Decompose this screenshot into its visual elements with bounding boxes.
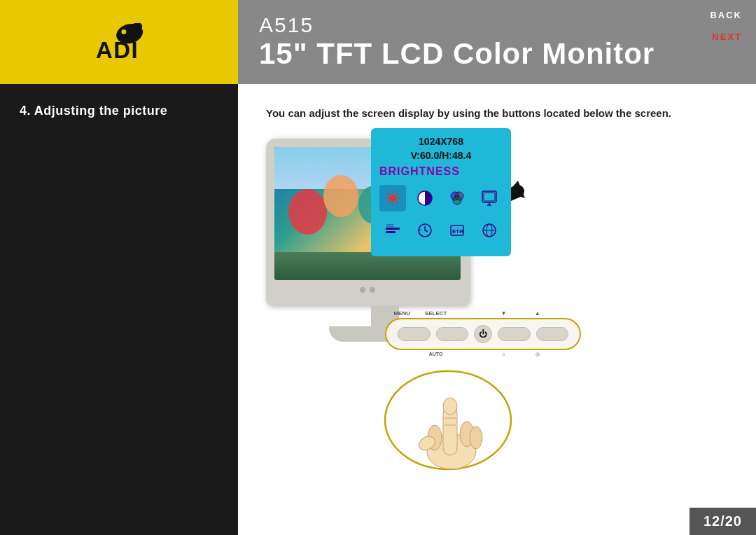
sidebar: 4. Adjusting the picture — [0, 84, 238, 535]
model-number: A515 — [259, 13, 742, 37]
svg-point-35 — [443, 398, 457, 415]
svg-text:≡≡≡: ≡≡≡ — [386, 223, 394, 228]
svg-line-12 — [388, 202, 389, 203]
osd-icons-row-2: ≡≡≡ — [379, 217, 503, 244]
svg-point-37 — [470, 426, 482, 449]
menu-button[interactable] — [398, 327, 430, 341]
body-area: 4. Adjusting the picture You can adjust … — [0, 84, 756, 535]
osd-brightness-label: BRIGHTNESS — [379, 165, 503, 178]
bezel-dot-2 — [370, 287, 375, 293]
up-label: ▲ — [522, 310, 553, 317]
svg-point-3 — [121, 29, 126, 34]
main-content: You can adjust the screen display by usi… — [238, 84, 756, 535]
select-label: SELECT — [420, 310, 451, 317]
balloon-2 — [323, 175, 358, 217]
sidebar-section-title: 4. Adjusting the picture — [0, 84, 238, 132]
back-link[interactable]: BACK — [710, 10, 742, 20]
svg-line-11 — [396, 193, 398, 195]
up-button[interactable] — [536, 327, 569, 341]
button-sublabels-row: AUTO ☼ ◎ — [357, 350, 553, 357]
hand-svg — [378, 364, 518, 476]
bezel-dot-1 — [360, 287, 365, 293]
header: ADI A515 15" TFT LCD Color Monitor BACK … — [0, 0, 756, 84]
logo: ADI — [94, 23, 144, 62]
select-button[interactable] — [436, 327, 469, 341]
svg-line-9 — [388, 193, 389, 195]
brightness-sub: ☼ — [488, 352, 519, 357]
power-label — [454, 310, 485, 317]
svg-line-10 — [396, 202, 398, 203]
down-label: ▼ — [488, 310, 519, 317]
header-title-area: A515 15" TFT LCD Color Monitor BACK NEXT — [238, 0, 756, 84]
contrast-sub: ◎ — [522, 352, 553, 357]
description-text: You can adjust the screen display by usi… — [266, 105, 700, 122]
nav-links: BACK NEXT — [710, 10, 742, 42]
osd-icon-clock[interactable] — [412, 217, 438, 244]
next-link[interactable]: NEXT — [712, 32, 742, 42]
osd-resolution: 1024X768V:60.0/H:48.4 — [379, 135, 503, 162]
osd-icon-contrast[interactable] — [412, 185, 438, 211]
osd-overlay: 1024X768V:60.0/H:48.4 BRIGHTNESS — [371, 128, 511, 256]
button-labels-row: MENU SELECT ▼ ▲ — [357, 310, 553, 318]
buttons-panel-area: MENU SELECT ▼ ▲ ⏻ AUTO — [357, 310, 581, 479]
auto-label2: AUTO — [420, 352, 451, 357]
auto-label — [386, 352, 417, 357]
svg-rect-18 — [484, 193, 495, 201]
osd-icon-globe[interactable] — [476, 217, 503, 244]
power-button[interactable]: ⏻ — [474, 325, 492, 343]
osd-icon-brightness[interactable] — [379, 185, 406, 211]
osd-icon-preset[interactable]: ETR — [444, 217, 470, 244]
svg-rect-21 — [386, 228, 400, 230]
illustration-area: 1024X768V:60.0/H:48.4 BRIGHTNESS — [266, 139, 728, 521]
svg-text:ETR: ETR — [452, 228, 463, 235]
osd-icons-row-1 — [379, 185, 503, 211]
balloon-1 — [288, 189, 327, 235]
down-button[interactable] — [498, 327, 531, 341]
product-title: 15" TFT LCD Color Monitor — [259, 37, 742, 71]
page-counter: 12/20 — [690, 508, 756, 535]
svg-rect-22 — [386, 231, 396, 233]
menu-label: MENU — [386, 310, 417, 317]
empty-label — [454, 352, 485, 357]
svg-point-4 — [389, 195, 396, 202]
osd-icon-color[interactable] — [444, 185, 470, 211]
adi-logo-bird: ADI — [94, 23, 144, 62]
svg-point-16 — [453, 196, 461, 204]
osd-icon-position[interactable] — [476, 185, 503, 211]
hand-illustration — [378, 364, 581, 479]
osd-icon-text[interactable]: ≡≡≡ — [379, 217, 406, 244]
logo-area: ADI — [0, 0, 238, 84]
buttons-ellipse: ⏻ — [385, 318, 581, 350]
monitor-bezel-bottom — [274, 280, 461, 300]
